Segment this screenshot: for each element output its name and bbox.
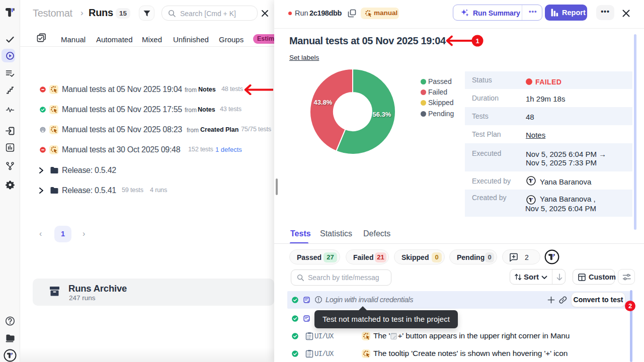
svg-text:56.3%: 56.3% xyxy=(373,111,391,118)
svg-text:43.8%: 43.8% xyxy=(314,99,333,106)
svg-text:1: 1 xyxy=(475,37,479,45)
